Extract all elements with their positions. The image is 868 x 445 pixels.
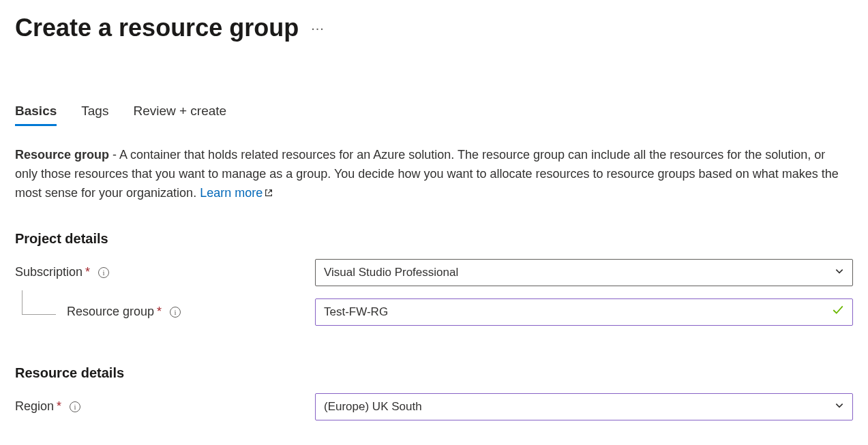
chevron-down-icon [835,401,844,412]
subscription-value: Visual Studio Professional [324,266,458,279]
subscription-label-text: Subscription [15,265,83,279]
resource-group-input[interactable] [324,305,832,319]
tab-strip: Basics Tags Review + create [15,104,853,127]
page-title: Create a resource group [15,14,299,42]
learn-more-link[interactable]: Learn more [200,186,263,200]
region-label-text: Region [15,399,54,414]
region-select[interactable]: (Europe) UK South [315,393,853,420]
resource-group-label-text: Resource group [67,305,154,319]
description-body: - A container that holds related resourc… [15,148,839,200]
section-resource-heading: Resource details [15,365,853,381]
label-subscription: Subscription * i [15,265,315,279]
tab-tags[interactable]: Tags [81,104,108,126]
tab-review-create[interactable]: Review + create [133,104,226,126]
region-value: (Europe) UK South [324,400,422,414]
row-region: Region * i (Europe) UK South [15,393,853,420]
required-asterisk: * [157,305,162,319]
required-asterisk: * [85,265,90,279]
row-resource-group: Resource group * i [15,298,853,326]
chevron-down-icon [835,266,844,278]
info-icon[interactable]: i [98,267,109,278]
row-subscription: Subscription * i Visual Studio Professio… [15,259,853,286]
description-bold: Resource group [15,148,109,162]
label-region: Region * i [15,399,315,414]
section-project-heading: Project details [15,231,853,247]
page-header: Create a resource group ··· [15,14,853,42]
subscription-select[interactable]: Visual Studio Professional [315,259,853,286]
required-asterisk: * [57,399,61,414]
resource-group-input-wrapper [315,298,853,326]
info-icon[interactable]: i [70,401,80,412]
check-icon [832,304,844,320]
tree-indent-line [22,290,56,315]
info-icon[interactable]: i [170,307,181,318]
label-resource-group: Resource group * i [15,305,315,319]
description-text: Resource group - A container that holds … [15,146,847,204]
external-link-icon [264,185,273,204]
tab-basics[interactable]: Basics [15,104,57,126]
more-actions-icon[interactable]: ··· [311,20,325,36]
